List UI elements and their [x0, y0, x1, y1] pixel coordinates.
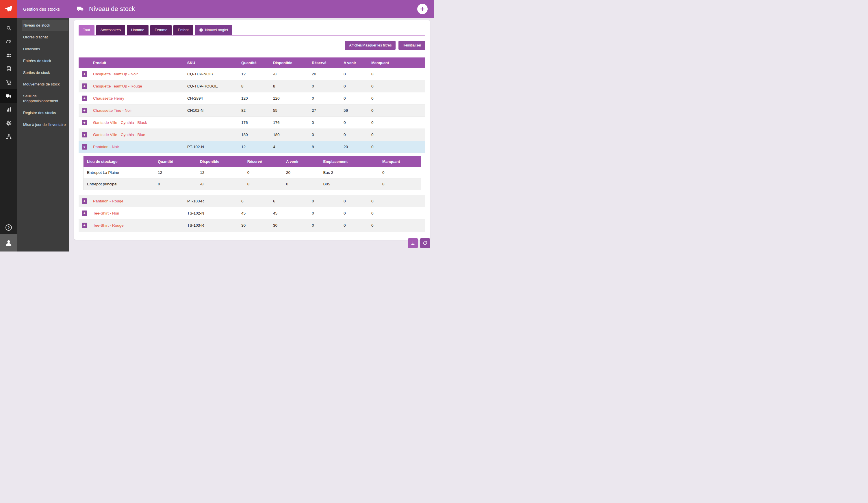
expand-row-button[interactable]: + — [82, 108, 87, 113]
truck-header-icon — [76, 5, 85, 13]
product-link[interactable]: Tee-Shirt - Rouge — [93, 223, 124, 228]
stock-table: Produit SKU Quantité Disponible Réservé … — [79, 57, 425, 232]
content-area: Tout Accessoires Homme Femme Enfant Nouv… — [69, 18, 434, 251]
col-produit: Produit — [90, 57, 184, 68]
sku-cell: PT-102-N — [184, 141, 238, 153]
sidebar-item-registre-des-stocks[interactable]: Registre des stocks — [17, 107, 69, 119]
product-link[interactable]: Chaussette Henry — [93, 96, 124, 101]
search-icon[interactable] — [0, 21, 17, 35]
expand-row-button[interactable]: + — [82, 71, 87, 77]
table-row: + Gants de Ville - Cynthia - Black 176 1… — [79, 117, 425, 129]
tab-femme[interactable]: Femme — [150, 25, 172, 35]
slot-cell: Bac 2 — [320, 167, 379, 178]
icon-rail: ? — [0, 0, 17, 251]
collapse-row-button[interactable]: x — [82, 144, 87, 149]
available-cell: 30 — [270, 219, 309, 232]
table-row-expanded: x Pantalon - Noir PT-102-N 12 4 8 20 0 — [79, 141, 425, 153]
expand-row-button[interactable]: + — [82, 120, 87, 125]
expand-row-button[interactable]: + — [82, 198, 87, 204]
storage-table: Lieu de stockage Quantité Disponible Rés… — [83, 156, 421, 190]
expand-row-button[interactable]: + — [82, 132, 87, 137]
sidebar-item-sorties-de-stock[interactable]: Sorties de stock — [17, 67, 69, 79]
missing-cell: 0 — [369, 80, 425, 92]
expand-row-button[interactable]: + — [82, 210, 87, 216]
sku-cell: PT-103-R — [184, 195, 238, 207]
truck-icon[interactable] — [0, 89, 17, 103]
tab-homme[interactable]: Homme — [127, 25, 149, 35]
sidebar-item-livraisons[interactable]: Livraisons — [17, 43, 69, 55]
product-link[interactable]: Gants de Ville - Cynthia - Blue — [93, 133, 145, 137]
reserved-cell: 27 — [309, 105, 341, 117]
col-reserve: Réservé — [244, 156, 282, 167]
app-root: ? Gestion des stocks Niveau de stock Ord… — [0, 0, 434, 251]
user-avatar[interactable] — [0, 234, 17, 251]
sidebar: Gestion des stocks Niveau de stock Ordre… — [17, 0, 69, 251]
reserved-cell: 20 — [309, 68, 341, 80]
dashboard-icon[interactable] — [0, 35, 17, 49]
tab-nouvel-onglet[interactable]: Nouvel onglet — [195, 25, 232, 35]
expand-row-button[interactable]: + — [82, 96, 87, 101]
col-a-venir: A venir — [341, 57, 369, 68]
storage-row: Entrepôt principal 0 -8 8 0 B05 8 — [83, 178, 421, 190]
finance-icon[interactable] — [0, 62, 17, 76]
col-disponible: Disponible — [196, 156, 244, 167]
sidebar-item-mouvements-de-stock[interactable]: Mouvements de stock — [17, 78, 69, 91]
sku-cell: CH102-N — [184, 105, 238, 117]
available-cell: 176 — [270, 117, 309, 129]
cart-icon[interactable] — [0, 76, 17, 89]
toggle-filters-button[interactable]: Afficher/Masquer les filtres — [345, 41, 395, 50]
product-link[interactable]: Casquette Team'Up - Noir — [93, 72, 138, 76]
page-title: Niveau de stock — [89, 5, 135, 13]
add-button[interactable] — [417, 4, 428, 14]
table-row: + Gants de Ville - Cynthia - Blue 180 18… — [79, 129, 425, 141]
sitemap-icon[interactable] — [0, 130, 17, 144]
product-link[interactable]: Chaussette Tino - Noir — [93, 108, 132, 113]
tab-nouvel-onglet-label: Nouvel onglet — [205, 28, 228, 32]
missing-cell: 0 — [369, 219, 425, 232]
product-link[interactable]: Gants de Ville - Cynthia - Black — [93, 120, 147, 125]
sidebar-item-entrees-de-stock[interactable]: Entrées de stock — [17, 55, 69, 67]
floating-actions — [408, 238, 430, 248]
sidebar-item-mise-a-jour-inventaire[interactable]: Mise à jour de l’inventaire — [17, 119, 69, 131]
reset-button[interactable]: Réinitialiser — [399, 41, 425, 50]
product-link[interactable]: Casquette Team'Up - Rouge — [93, 84, 142, 88]
missing-cell: 0 — [369, 117, 425, 129]
product-link[interactable]: Tee-Shirt - Noir — [93, 211, 119, 216]
sku-cell — [184, 117, 238, 129]
gear-icon[interactable] — [0, 116, 17, 130]
col-sku: SKU — [184, 57, 238, 68]
sku-cell: CQ-TUP-NOIR — [184, 68, 238, 80]
tab-accessoires[interactable]: Accessoires — [96, 25, 125, 35]
chart-icon[interactable] — [0, 103, 17, 116]
expand-row-button[interactable]: + — [82, 223, 87, 228]
reserved-cell: 0 — [309, 117, 341, 129]
table-row: + Casquette Team'Up - Noir CQ-TUP-NOIR 1… — [79, 68, 425, 80]
add-tab-icon — [199, 28, 203, 32]
tab-tout[interactable]: Tout — [79, 25, 94, 35]
brand-logo[interactable] — [0, 0, 17, 18]
refresh-button[interactable] — [420, 238, 430, 248]
product-link[interactable]: Pantalon - Rouge — [93, 199, 123, 203]
location-cell: Entrepôt principal — [83, 178, 154, 190]
refresh-icon — [423, 241, 427, 245]
reserved-cell: 0 — [309, 219, 341, 232]
help-icon[interactable]: ? — [0, 221, 17, 234]
qty-cell: 30 — [238, 219, 270, 232]
col-manquant: Manquant — [379, 156, 421, 167]
tab-bar: Tout Accessoires Homme Femme Enfant Nouv… — [79, 25, 425, 35]
location-cell: Entrepot La Plaine — [83, 167, 154, 178]
sidebar-item-ordres-achat[interactable]: Ordres d’achat — [17, 31, 69, 43]
qty-cell: 12 — [238, 141, 270, 153]
qty-cell: 6 — [238, 195, 270, 207]
tab-enfant[interactable]: Enfant — [173, 25, 193, 35]
sidebar-item-seuil-reapprovisionnement[interactable]: Seuil de réapprovisionnement — [17, 91, 69, 107]
module-title: Gestion des stocks — [17, 0, 69, 18]
expand-row-button[interactable]: + — [82, 83, 87, 89]
users-icon[interactable] — [0, 49, 17, 62]
product-link[interactable]: Pantalon - Noir — [93, 145, 119, 149]
slot-cell: B05 — [320, 178, 379, 190]
col-emplacement: Emplacement — [320, 156, 379, 167]
plus-icon — [420, 6, 425, 12]
sidebar-item-niveau-de-stock[interactable]: Niveau de stock — [22, 20, 69, 31]
download-button[interactable] — [408, 238, 418, 248]
